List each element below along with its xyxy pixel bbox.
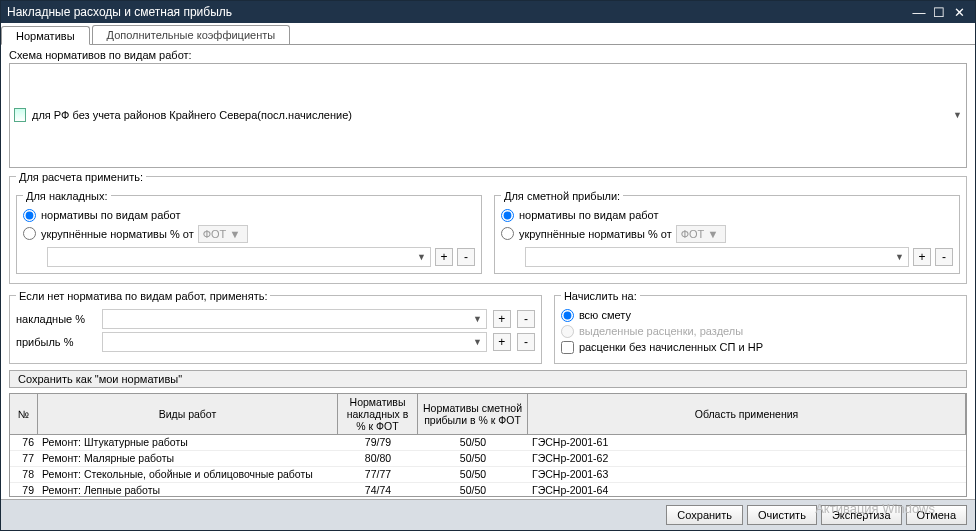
accrue-fieldset: Начислить на: всю смету выделенные расце… <box>554 290 967 364</box>
profit-value-combo[interactable]: ▼ <box>525 247 909 267</box>
accrue-nosp-check[interactable] <box>561 341 574 354</box>
overhead-value-combo[interactable]: ▼ <box>47 247 431 267</box>
col-scope[interactable]: Область применения <box>528 394 966 434</box>
col-overhead[interactable]: Нормативы накладных в % к ФОТ <box>338 394 418 434</box>
accrue-all-radio[interactable] <box>561 309 574 322</box>
close-button[interactable]: ✕ <box>949 5 969 20</box>
profit-plus[interactable]: + <box>913 248 931 266</box>
fallback-overhead-combo[interactable]: ▼ <box>102 309 487 329</box>
overhead-radio-aggregate-label: укрупнённые нормативы % от <box>41 228 194 240</box>
accrue-selected-radio <box>561 325 574 338</box>
overhead-fot-combo[interactable]: ФОТ ▼ <box>198 225 248 243</box>
footer: Сохранить Очистить Экспертиза Отмена Акт… <box>1 499 975 530</box>
fallback-legend: Если нет норматива по видам работ, приме… <box>16 290 270 302</box>
document-icon <box>14 108 28 122</box>
cell-profit: 50/50 <box>418 467 528 482</box>
profit-radio-aggregate[interactable] <box>501 227 514 240</box>
fallback-fieldset: Если нет норматива по видам работ, приме… <box>9 290 542 364</box>
window-title: Накладные расходы и сметная прибыль <box>7 5 232 19</box>
tab-strip: Нормативы Дополнительные коэффициенты <box>1 23 975 45</box>
cell-profit: 50/50 <box>418 435 528 450</box>
profit-minus[interactable]: - <box>935 248 953 266</box>
cell-overhead: 79/79 <box>338 435 418 450</box>
calc-fieldset: Для расчета применить: Для накладных: но… <box>9 171 967 284</box>
cell-overhead: 74/74 <box>338 483 418 497</box>
grid-body[interactable]: 76Ремонт: Штукатурные работы79/7950/50ГЭ… <box>10 435 966 497</box>
cell-scope: ГЭСНр-2001-62 <box>528 451 966 466</box>
cell-no: 76 <box>10 435 38 450</box>
profit-fieldset: Для сметной прибыли: нормативы по видам … <box>494 190 960 274</box>
col-name[interactable]: Виды работ <box>38 394 338 434</box>
overhead-plus[interactable]: + <box>435 248 453 266</box>
overhead-fieldset: Для накладных: нормативы по видам работ … <box>16 190 482 274</box>
schema-label: Схема нормативов по видам работ: <box>9 49 192 61</box>
overhead-radio-aggregate[interactable] <box>23 227 36 240</box>
cell-name: Ремонт: Штукатурные работы <box>38 435 338 450</box>
maximize-button[interactable]: ☐ <box>929 5 949 20</box>
table-row[interactable]: 77Ремонт: Малярные работы80/8050/50ГЭСНр… <box>10 451 966 467</box>
accrue-legend: Начислить на: <box>561 290 640 302</box>
profit-fot-combo[interactable]: ФОТ ▼ <box>676 225 726 243</box>
save-button[interactable]: Сохранить <box>666 505 743 525</box>
cell-name: Ремонт: Малярные работы <box>38 451 338 466</box>
cell-scope: ГЭСНр-2001-64 <box>528 483 966 497</box>
fallback-profit-label: прибыль % <box>16 336 96 348</box>
fallback-profit-plus[interactable]: + <box>493 333 511 351</box>
accrue-selected-label: выделенные расценки, разделы <box>579 325 743 337</box>
fallback-profit-combo[interactable]: ▼ <box>102 332 487 352</box>
table-row[interactable]: 76Ремонт: Штукатурные работы79/7950/50ГЭ… <box>10 435 966 451</box>
minimize-button[interactable]: — <box>909 5 929 20</box>
fallback-overhead-minus[interactable]: - <box>517 310 535 328</box>
cell-name: Ремонт: Стекольные, обойные и облицовочн… <box>38 467 338 482</box>
accrue-all-label: всю смету <box>579 309 631 321</box>
normatives-grid: № Виды работ Нормативы накладных в % к Ф… <box>9 393 967 498</box>
cell-overhead: 80/80 <box>338 451 418 466</box>
tab-extra-coeff[interactable]: Дополнительные коэффициенты <box>92 25 291 44</box>
cell-no: 77 <box>10 451 38 466</box>
table-row[interactable]: 78Ремонт: Стекольные, обойные и облицово… <box>10 467 966 483</box>
cell-scope: ГЭСНр-2001-63 <box>528 467 966 482</box>
profit-radio-aggregate-label: укрупнённые нормативы % от <box>519 228 672 240</box>
cell-overhead: 77/77 <box>338 467 418 482</box>
profit-radio-bytype[interactable] <box>501 209 514 222</box>
schema-value: для РФ без учета районов Крайнего Севера… <box>32 109 352 121</box>
cancel-button[interactable]: Отмена <box>906 505 967 525</box>
fallback-overhead-label: накладные % <box>16 313 96 325</box>
cell-name: Ремонт: Лепные работы <box>38 483 338 497</box>
cell-profit: 50/50 <box>418 451 528 466</box>
overhead-radio-bytype-label: нормативы по видам работ <box>41 209 180 221</box>
accrue-nosp-label: расценки без начисленных СП и НР <box>579 341 763 353</box>
overhead-radio-bytype[interactable] <box>23 209 36 222</box>
profit-radio-bytype-label: нормативы по видам работ <box>519 209 658 221</box>
calc-legend: Для расчета применить: <box>16 171 146 183</box>
table-row[interactable]: 79Ремонт: Лепные работы74/7450/50ГЭСНр-2… <box>10 483 966 497</box>
titlebar: Накладные расходы и сметная прибыль — ☐ … <box>1 1 975 23</box>
profit-legend: Для сметной прибыли: <box>501 190 623 202</box>
overhead-legend: Для накладных: <box>23 190 111 202</box>
cell-scope: ГЭСНр-2001-61 <box>528 435 966 450</box>
col-profit[interactable]: Нормативы сметной прибыли в % к ФОТ <box>418 394 528 434</box>
clear-button[interactable]: Очистить <box>747 505 817 525</box>
overhead-minus[interactable]: - <box>457 248 475 266</box>
cell-no: 79 <box>10 483 38 497</box>
chevron-down-icon: ▼ <box>953 110 962 120</box>
schema-combobox[interactable]: для РФ без учета районов Крайнего Севера… <box>9 63 967 168</box>
expertise-button[interactable]: Экспертиза <box>821 505 902 525</box>
tab-normatives[interactable]: Нормативы <box>1 26 90 45</box>
save-as-my-normatives[interactable]: Сохранить как "мои нормативы" <box>9 370 967 388</box>
cell-no: 78 <box>10 467 38 482</box>
fallback-overhead-plus[interactable]: + <box>493 310 511 328</box>
fallback-profit-minus[interactable]: - <box>517 333 535 351</box>
col-no[interactable]: № <box>10 394 38 434</box>
cell-profit: 50/50 <box>418 483 528 497</box>
